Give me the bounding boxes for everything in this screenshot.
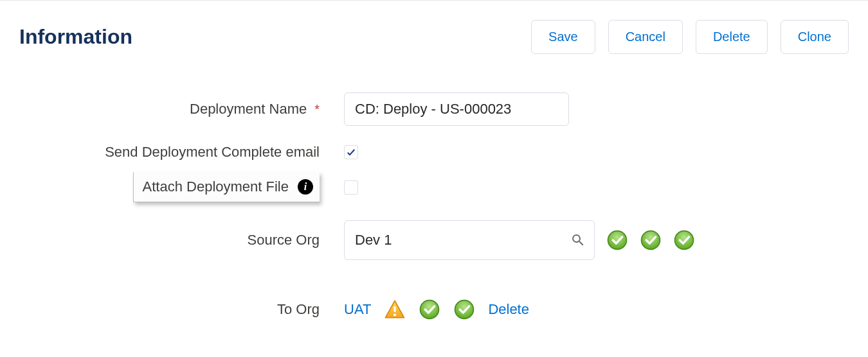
search-icon[interactable]: [570, 232, 586, 248]
status-ok-icon: [640, 229, 662, 251]
status-ok-icon: [673, 229, 695, 251]
svg-point-4: [393, 313, 396, 316]
save-button[interactable]: Save: [531, 20, 595, 54]
attach-file-label: Attach Deployment File: [143, 178, 289, 195]
source-org-input[interactable]: [344, 220, 595, 260]
deployment-name-label: Deployment Name: [190, 101, 307, 118]
button-bar: Save Cancel Delete Clone: [531, 20, 849, 54]
svg-point-1: [642, 231, 660, 250]
row-deployment-name: Deployment Name *: [19, 92, 849, 126]
svg-rect-3: [394, 306, 396, 312]
header-row: Information Save Cancel Delete Clone: [19, 20, 849, 54]
attach-file-checkbox[interactable]: [344, 180, 358, 195]
row-to-org: To Org UAT Delete: [19, 299, 849, 320]
source-org-label: Source Org: [248, 232, 320, 248]
svg-point-2: [675, 231, 694, 250]
to-org-link[interactable]: UAT: [344, 301, 371, 318]
source-org-lookup[interactable]: [344, 220, 595, 260]
to-org-delete-link[interactable]: Delete: [488, 301, 529, 318]
deployment-name-label-cell: Deployment Name *: [19, 101, 325, 118]
status-ok-icon: [453, 299, 475, 320]
delete-button[interactable]: Delete: [696, 20, 768, 54]
check-icon: [346, 147, 356, 157]
status-ok-icon: [606, 229, 628, 251]
row-attach-file: Attach Deployment File i: [19, 172, 849, 202]
section-title: Information: [19, 25, 132, 49]
row-send-email: Send Deployment Complete email: [19, 144, 849, 161]
clone-button[interactable]: Clone: [781, 20, 849, 54]
cancel-button[interactable]: Cancel: [608, 20, 683, 54]
status-warning-icon: [384, 299, 406, 320]
required-mark: *: [314, 102, 320, 117]
send-email-label: Send Deployment Complete email: [105, 144, 320, 161]
svg-point-0: [608, 231, 627, 250]
attach-file-label-box: Attach Deployment File i: [133, 172, 320, 202]
send-email-checkbox[interactable]: [344, 145, 358, 159]
svg-point-5: [420, 300, 439, 319]
svg-point-6: [455, 300, 474, 319]
info-icon[interactable]: i: [298, 179, 313, 195]
deployment-name-input[interactable]: [344, 92, 569, 126]
form-area: Deployment Name * Send Deployment Comple…: [19, 92, 849, 320]
row-source-org: Source Org: [19, 220, 849, 260]
to-org-label: To Org: [19, 301, 325, 318]
source-org-label-cell: Source Org: [19, 232, 325, 248]
status-ok-icon: [419, 299, 440, 320]
send-email-label-cell: Send Deployment Complete email: [19, 144, 325, 161]
